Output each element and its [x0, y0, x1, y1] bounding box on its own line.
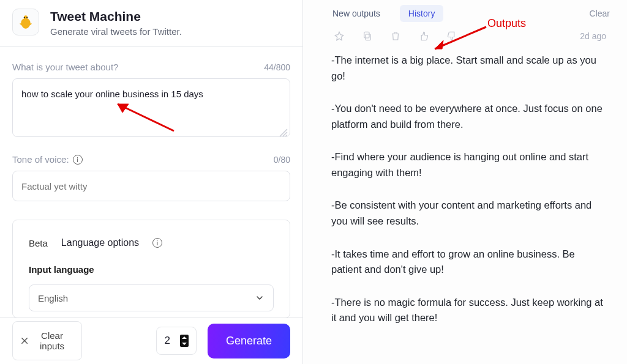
app-logo-icon — [12, 9, 39, 35]
thumbs-down-icon[interactable] — [446, 31, 457, 42]
output-paragraph: -Be consistent with your content and mar… — [331, 198, 607, 229]
copy-icon[interactable] — [362, 31, 373, 42]
clear-inputs-button[interactable]: Clear inputs — [12, 321, 82, 360]
output-body[interactable]: -The internet is a big place. Start smal… — [303, 44, 627, 355]
tone-counter: 0/80 — [274, 155, 290, 165]
chevron-down-icon — [255, 293, 265, 303]
app-subtitle: Generate viral tweets for Twitter. — [50, 26, 182, 37]
output-paragraph: -There is no magic formula for success. … — [331, 295, 607, 326]
beta-badge: Beta — [29, 238, 48, 248]
language-options-title: Language options — [61, 237, 139, 248]
topic-label: What is your tweet about? — [12, 62, 118, 72]
output-panel: New outputs History Clear 2d ago -The in… — [303, 0, 627, 364]
info-icon[interactable]: i — [73, 155, 83, 165]
svg-point-1 — [26, 17, 28, 18]
topic-counter: 44/800 — [264, 62, 290, 72]
quantity-step-control[interactable] — [180, 335, 189, 347]
output-paragraph: -You don't need to be everywhere at once… — [331, 101, 607, 132]
quantity-stepper[interactable]: 2 — [156, 327, 196, 355]
tone-input[interactable] — [12, 171, 290, 201]
tab-history[interactable]: History — [400, 5, 444, 22]
app-header: Tweet Machine Generate viral tweets for … — [0, 0, 302, 47]
input-language-select[interactable]: English — [29, 284, 274, 311]
resize-handle-icon[interactable] — [279, 128, 288, 137]
svg-rect-3 — [364, 32, 369, 38]
bottom-bar: Clear inputs 2 Generate — [0, 318, 302, 364]
input-panel: Tweet Machine Generate viral tweets for … — [0, 0, 303, 364]
topic-section: What is your tweet about? 44/800 — [0, 47, 302, 139]
output-timestamp: 2d ago — [580, 31, 606, 41]
clear-outputs-button[interactable]: Clear — [590, 9, 610, 18]
app-title: Tweet Machine — [50, 9, 182, 24]
generate-button[interactable]: Generate — [208, 324, 290, 358]
tabs-row: New outputs History Clear — [303, 0, 627, 26]
star-icon[interactable] — [334, 31, 345, 42]
topic-input[interactable] — [12, 78, 290, 137]
info-icon[interactable]: i — [152, 238, 162, 248]
thumbs-up-icon[interactable] — [418, 31, 429, 42]
tone-section: Tone of voice: i 0/80 — [0, 139, 302, 201]
tone-label: Tone of voice: — [12, 154, 69, 165]
svg-rect-2 — [366, 34, 370, 40]
output-meta-row: 2d ago — [303, 26, 627, 44]
input-language-value: English — [38, 293, 68, 303]
output-paragraph: -The internet is a big place. Start smal… — [331, 53, 607, 84]
trash-icon[interactable] — [390, 31, 401, 42]
clear-inputs-label: Clear inputs — [31, 330, 73, 351]
close-icon — [21, 337, 28, 344]
output-paragraph: -Find where your audience is hanging out… — [331, 149, 607, 180]
input-language-label: Input language — [29, 264, 274, 275]
svg-point-0 — [24, 17, 25, 18]
output-paragraph: -It takes time and effort to grow an onl… — [331, 247, 607, 278]
input-scroll-area[interactable]: Tweet Machine Generate viral tweets for … — [0, 0, 302, 318]
tab-new-outputs[interactable]: New outputs — [324, 5, 389, 22]
quantity-value: 2 — [164, 335, 170, 347]
language-options-box: Beta Language options i Input language E… — [12, 220, 290, 318]
